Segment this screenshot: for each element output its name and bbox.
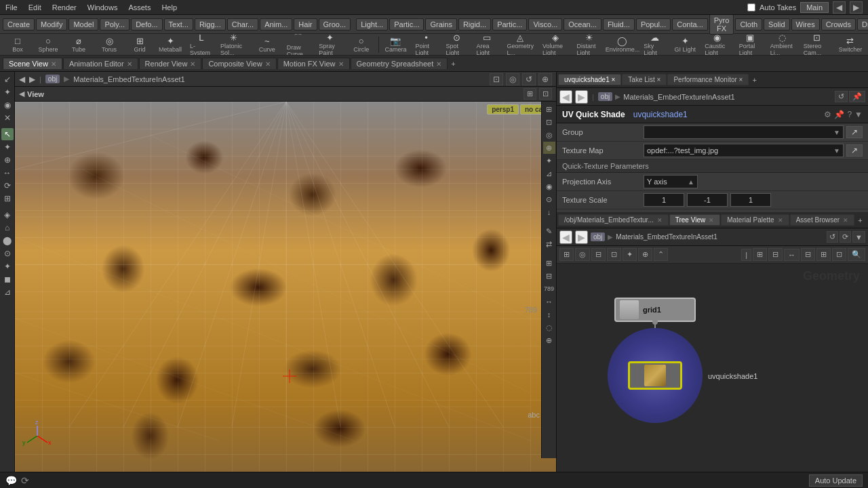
tab-close-composite[interactable]: ✕ (265, 60, 271, 68)
tb2-gi-light[interactable]: ✦GI Light (670, 35, 700, 54)
ne-tb-8[interactable]: ⊞ (753, 248, 767, 261)
view-nav-forward[interactable]: ▶ (29, 75, 35, 84)
tb-partic[interactable]: Partic... (389, 18, 424, 30)
view-right-icon-10[interactable]: ✎ (543, 225, 555, 237)
status-icon-2[interactable]: ⟳ (21, 475, 29, 486)
tb-wires[interactable]: Wires (791, 18, 820, 30)
sidebar-tool-14[interactable]: ⊙ (1, 247, 14, 260)
rp-nav-forward[interactable]: ▶ (575, 90, 588, 104)
view-right-icon-16[interactable]: ↕ (543, 308, 555, 321)
tb2-env[interactable]: ◯Environme... (606, 35, 639, 54)
ne-tb-11[interactable]: ⊟ (801, 248, 815, 261)
view-right-icon-7[interactable]: ◉ (543, 180, 555, 192)
tb-poly[interactable]: Poly... (100, 18, 130, 30)
tab-scene-view[interactable]: Scene View ✕ (3, 58, 62, 69)
tb2-stereo-cam[interactable]: ⊡Stereo Cam... (800, 34, 835, 56)
tab-close-anim[interactable]: ✕ (127, 60, 132, 68)
tb2-volume-light[interactable]: ◈Volume Light (538, 34, 572, 56)
tb2-geometry-light[interactable]: ◬Geometry L... (502, 34, 537, 56)
tab-close-render[interactable]: ✕ (190, 60, 195, 68)
view-canvas[interactable]: persp1 no cam ⊞ ⊡ ◎ ⊕ ✦ ⊿ ◉ ⊙ ↓ ✎ ⇄ ⊞ ⊟ (15, 102, 556, 473)
tb-visco[interactable]: Visco... (528, 18, 562, 30)
rp-pin-btn[interactable]: 📌 (849, 91, 865, 102)
tab-add[interactable]: + (448, 58, 458, 69)
view-right-icon-9[interactable]: ↓ (543, 206, 555, 218)
br-tab-close-0[interactable]: ✕ (657, 217, 663, 224)
sidebar-tool-8[interactable]: ↔ (1, 167, 14, 179)
auto-takes-checkbox[interactable] (747, 3, 755, 12)
rp-tab-perf-monitor[interactable]: Performance Monitor × (667, 74, 749, 85)
menu-file[interactable]: File (0, 2, 23, 13)
uvqs-texscale-z[interactable] (730, 193, 771, 207)
ne-tb-7[interactable]: ⌃ (654, 248, 668, 261)
menu-windows[interactable]: Windows (82, 2, 123, 13)
tb-fluid[interactable]: Fluid... (603, 18, 635, 30)
tb-pyrofx[interactable]: Pyro FX (709, 14, 734, 35)
tb2-sky-light[interactable]: ☁Sky Light (639, 34, 669, 56)
ne-tb-12[interactable]: ⊞ (816, 248, 831, 261)
ne-tb-10[interactable]: ↔ (784, 249, 800, 261)
tb-crowds[interactable]: Crowds (821, 18, 856, 30)
tb-rigid[interactable]: Rigid... (458, 18, 491, 30)
sidebar-tool-7[interactable]: ⊕ (1, 154, 14, 166)
sidebar-tool-5[interactable]: ↖ (1, 128, 14, 140)
sidebar-tool-3[interactable]: ◉ (1, 99, 14, 111)
tab-close-scene-view[interactable]: ✕ (51, 60, 56, 68)
view-right-icon-4[interactable]: ⊕ (543, 142, 555, 154)
sidebar-tool-6[interactable]: ✦ (1, 141, 14, 153)
rp-reload-btn[interactable]: ↺ (835, 91, 848, 102)
view-icon-2[interactable]: ◎ (506, 73, 519, 85)
tab-anim-editor[interactable]: Animation Editor ✕ (63, 58, 138, 69)
tb-create[interactable]: Create (3, 18, 35, 30)
uvqs-texmap-select[interactable]: opdef:...?test_img.jpg ▼ (644, 144, 844, 157)
view-right-icon-18[interactable]: ⊕ (543, 334, 555, 346)
view-icon-1[interactable]: ⊡ (490, 73, 503, 85)
ne-tb-2[interactable]: ◎ (575, 248, 590, 261)
sidebar-tool-2[interactable]: ✦ (1, 86, 14, 98)
tb-drive[interactable]: Drive... (857, 18, 868, 30)
view-right-icon-6[interactable]: ⊿ (543, 167, 555, 180)
tb-conta[interactable]: Conta... (672, 18, 708, 30)
node-editor[interactable]: Geometry grid1 (557, 264, 868, 488)
uvqs-texscale-x[interactable] (644, 193, 684, 207)
menu-render[interactable]: Render (47, 2, 82, 13)
tb-model[interactable]: Model (68, 18, 98, 30)
tab-close-motion[interactable]: ✕ (338, 60, 344, 68)
br-tab-close-3[interactable]: ✕ (843, 217, 848, 224)
sidebar-tool-1[interactable]: ↙ (1, 73, 14, 85)
tb2-draw-curve[interactable]: ⌒Draw Curve (283, 34, 314, 56)
tb2-distant-light[interactable]: ☀Distant Light (573, 34, 606, 56)
tb-defo[interactable]: Defo... (131, 18, 162, 30)
ne-tb-9[interactable]: ⊟ (768, 248, 783, 261)
tb-grains[interactable]: Grains (425, 18, 456, 30)
nav-next-btn[interactable]: ▶ (850, 1, 863, 14)
tb2-spot-light[interactable]: ⊙Spot Light (441, 34, 471, 56)
tb2-tube[interactable]: ⌀Tube (64, 35, 94, 54)
view-icon-3[interactable]: ↺ (522, 73, 536, 85)
br-tab-close-2[interactable]: ✕ (778, 217, 783, 224)
tb-anim[interactable]: Anim... (260, 18, 292, 30)
tb-text[interactable]: Text... (164, 18, 193, 30)
uvqs-texmap-pick[interactable]: ↗ (846, 144, 863, 157)
node-uvquickshade1[interactable]: uvquickshade1 (608, 352, 703, 399)
tab-close-geo[interactable]: ✕ (436, 60, 441, 68)
sidebar-tool-17[interactable]: ⊿ (1, 286, 14, 298)
tb2-portal[interactable]: ▣Portal Light (735, 34, 766, 56)
tb-solid[interactable]: Solid (764, 18, 789, 30)
tb-popul[interactable]: Popul... (636, 18, 671, 30)
uvqs-help-icon[interactable]: ? (847, 110, 852, 119)
sidebar-tool-10[interactable]: ⊞ (1, 192, 14, 205)
tb2-circle[interactable]: ○Circle (347, 35, 376, 54)
tab-render-view[interactable]: Render View ✕ (139, 58, 202, 69)
ne-tb-3[interactable]: ⊟ (591, 248, 606, 261)
view-right-icon-17[interactable]: ◌ (543, 321, 555, 333)
ne-dropdown-btn[interactable]: ▼ (852, 231, 865, 243)
main-button[interactable]: Main (800, 2, 829, 13)
tb2-lsystem[interactable]: ⅬL-System (186, 34, 216, 56)
auto-update-btn[interactable]: Auto Update (809, 474, 863, 487)
tb-partic2[interactable]: Partic... (492, 18, 527, 30)
br-tab-obj-mat[interactable]: /obj/Materials_EmbedTextur... ✕ (558, 214, 669, 226)
tb-cloth[interactable]: Cloth (735, 18, 762, 30)
view-right-icon-13[interactable]: ⊟ (543, 270, 555, 282)
tb2-box[interactable]: □Box (3, 35, 33, 54)
